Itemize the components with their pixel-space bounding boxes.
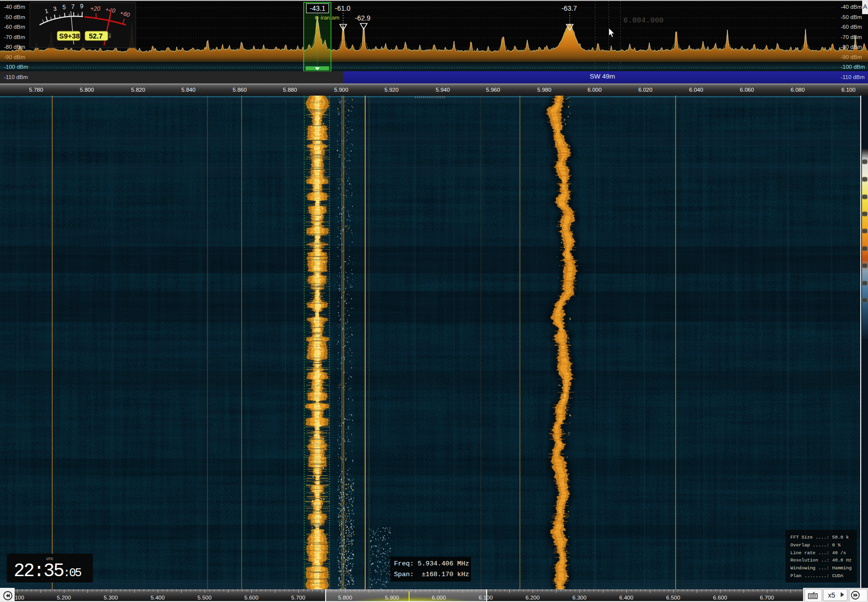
svg-text:6.004.000: 6.004.000 bbox=[623, 17, 664, 24]
